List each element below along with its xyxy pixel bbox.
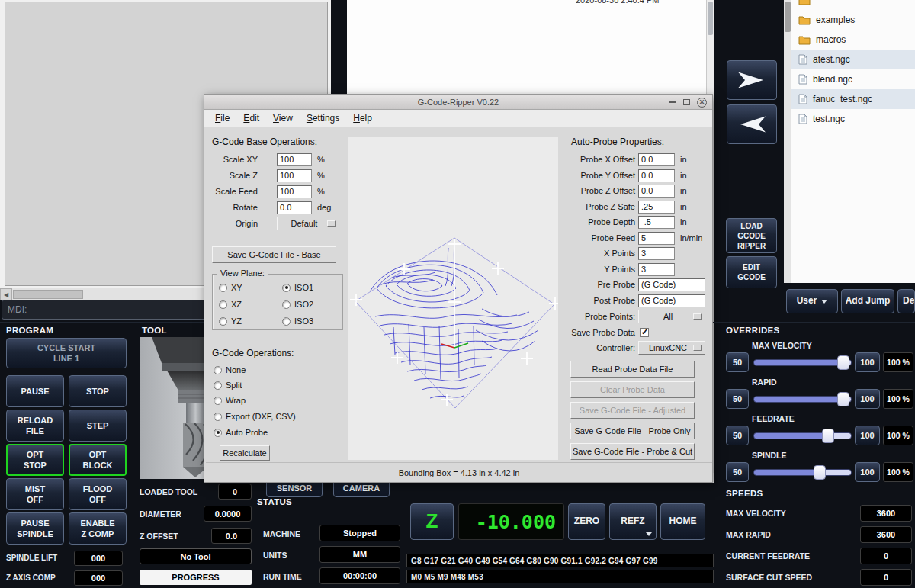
scrollbar-thumb[interactable] (13, 290, 83, 299)
skip-forward-button[interactable] (727, 60, 777, 100)
rapid-slider[interactable] (753, 390, 852, 407)
file-row[interactable]: atest.ngc (791, 50, 915, 69)
override-min-button[interactable]: 50 (726, 462, 749, 482)
radio-export[interactable]: Export (DXF, CSV) (214, 411, 296, 422)
opt-stop-button[interactable]: OPT STOP (6, 444, 64, 476)
probe-x-offset-input[interactable]: 0.0 (638, 153, 675, 166)
slider-handle[interactable] (837, 355, 849, 370)
rotate-input[interactable]: 0.0 (277, 201, 312, 214)
slider-handle[interactable] (814, 465, 826, 480)
menu-edit[interactable]: Edit (236, 110, 266, 127)
scrollbar-thumb[interactable] (785, 2, 791, 32)
save-probe-cut-button[interactable]: Save G-Code File - Probe & Cut (570, 443, 695, 460)
close-icon[interactable]: ✕ (697, 98, 707, 108)
enable-zcomp-button[interactable]: ENABLE Z COMP (69, 512, 127, 545)
slider-track[interactable] (753, 432, 852, 439)
override-max-button[interactable]: 100 (855, 426, 880, 445)
file-row[interactable]: macros (791, 30, 915, 50)
opt-block-button[interactable]: OPT BLOCK (69, 444, 127, 476)
flood-button[interactable]: FLOOD OFF (69, 478, 127, 510)
controller-dropdown[interactable]: LinuxCNC (638, 341, 705, 355)
save-probe-only-button[interactable]: Save G-Code File - Probe Only (570, 423, 695, 439)
z-axis-button[interactable]: Z (410, 503, 454, 540)
skip-back-button[interactable] (727, 104, 777, 144)
slider-handle[interactable] (837, 392, 849, 406)
read-probe-data-button[interactable]: Read Probe Data File (570, 361, 695, 378)
file-row[interactable] (791, 0, 915, 10)
max-velocity-slider[interactable] (753, 354, 852, 371)
mist-button[interactable]: MIST OFF (6, 478, 64, 510)
maximize-icon[interactable] (683, 99, 690, 105)
override-max-button[interactable]: 100 (855, 389, 880, 409)
file-row[interactable]: test.ngc (791, 109, 915, 129)
partial-button[interactable]: De (897, 289, 915, 313)
y-points-input[interactable]: 3 (638, 263, 675, 276)
user-button[interactable]: User (786, 289, 838, 313)
radio-xy[interactable]: XY (219, 282, 242, 293)
radio-yz[interactable]: YZ (219, 316, 242, 326)
menu-view[interactable]: View (266, 110, 300, 127)
file-row[interactable]: fanuc_test.ngc (791, 89, 915, 109)
override-display: 100 % (883, 426, 913, 445)
pause-spindle-button[interactable]: PAUSE SPINDLE (6, 512, 64, 545)
radio-split[interactable]: Split (214, 380, 242, 390)
stop-button[interactable]: STOP (69, 375, 127, 407)
probe-feed-input[interactable]: 5 (638, 232, 675, 245)
radio-auto-probe[interactable]: Auto Probe (214, 427, 268, 438)
save-base-button[interactable]: Save G-Code File - Base (212, 246, 336, 263)
edit-gcode-button[interactable]: EDIT GCODE (726, 256, 777, 288)
feedrate-slider[interactable] (753, 427, 852, 444)
radio-iso2[interactable]: ISO2 (282, 299, 313, 310)
radio-none[interactable]: None (214, 365, 246, 375)
clear-probe-data-button[interactable]: Clear Probe Data (570, 381, 695, 398)
home-button[interactable]: HOME (660, 503, 705, 540)
x-points-input[interactable]: 3 (638, 247, 675, 260)
add-jump-button[interactable]: Add Jump (841, 289, 894, 313)
radio-iso1[interactable]: ISO1 (282, 282, 313, 293)
tool-name-display: No Tool (140, 548, 252, 564)
pre-probe-input[interactable]: (G Code) (638, 278, 705, 291)
override-max-button[interactable]: 100 (855, 352, 880, 372)
step-button[interactable]: STEP (69, 410, 127, 442)
scale-feed-input[interactable]: 100 (277, 185, 312, 198)
override-min-button[interactable]: 50 (726, 426, 749, 445)
scale-z-input[interactable]: 100 (277, 169, 312, 182)
spindle-slider[interactable] (753, 464, 852, 480)
save-adjusted-button[interactable]: Save G-Code File - Adjusted (570, 402, 695, 419)
recalculate-button[interactable]: Recalculate (220, 445, 270, 461)
menu-help[interactable]: Help (346, 110, 379, 127)
load-gcode-ripper-button[interactable]: LOAD GCODE RIPPER (726, 218, 777, 253)
file-list-scrollbar[interactable] (784, 0, 791, 283)
probe-z-offset-input[interactable]: 0.0 (638, 185, 675, 198)
probe-z-safe-input[interactable]: .25 (638, 201, 675, 214)
minimize-icon[interactable] (669, 101, 676, 103)
slider-track[interactable] (753, 469, 852, 476)
file-row[interactable]: examples (791, 10, 915, 30)
radio-xz[interactable]: XZ (219, 299, 242, 310)
scrollbar-thumb[interactable] (708, 2, 713, 35)
file-row[interactable]: blend.ngc (791, 69, 915, 89)
scale-xy-input[interactable]: 100 (277, 153, 312, 166)
reload-file-button[interactable]: RELOAD FILE (6, 410, 64, 442)
pause-button[interactable]: PAUSE (6, 375, 64, 407)
override-max-button[interactable]: 100 (855, 462, 880, 482)
radio-wrap[interactable]: Wrap (214, 395, 246, 406)
menu-settings[interactable]: Settings (300, 110, 346, 127)
radio-iso3[interactable]: ISO3 (282, 316, 313, 326)
save-probe-data-checkbox[interactable] (640, 328, 649, 337)
scroll-left-icon[interactable]: ◀ (0, 288, 12, 300)
probe-depth-input[interactable]: -.5 (638, 216, 675, 229)
post-probe-input[interactable]: (G Code) (638, 294, 705, 307)
probe-points-dropdown[interactable]: All (638, 310, 705, 323)
override-min-button[interactable]: 50 (726, 389, 749, 409)
slider-handle[interactable] (822, 429, 834, 443)
dialog-title[interactable]: G-Code-Ripper V0.22 (204, 95, 712, 110)
loaded-tool-label: LOADED TOOL (140, 487, 197, 496)
zero-button[interactable]: ZERO (568, 503, 605, 540)
origin-dropdown[interactable]: Default (277, 217, 339, 230)
override-min-button[interactable]: 50 (726, 352, 749, 372)
probe-y-offset-input[interactable]: 0.0 (638, 169, 675, 182)
menu-file[interactable]: File (208, 110, 236, 127)
refz-button[interactable]: REFZ (609, 503, 657, 540)
cycle-start-button[interactable]: CYCLE START LINE 1 (6, 338, 127, 368)
